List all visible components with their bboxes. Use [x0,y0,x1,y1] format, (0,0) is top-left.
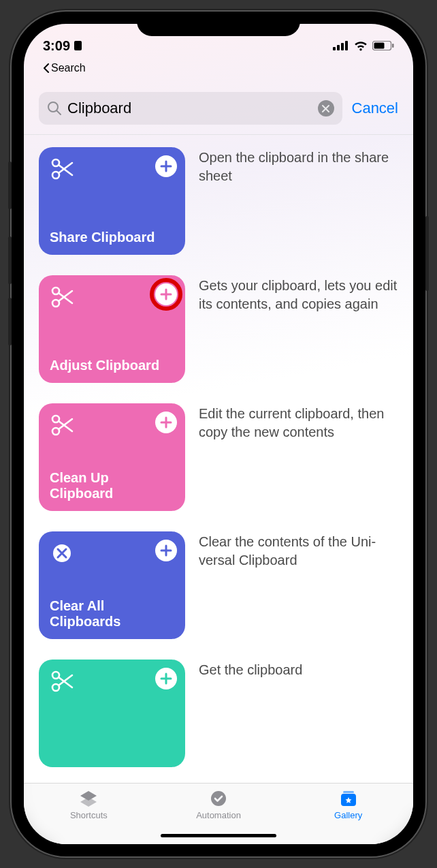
shortcut-tile[interactable]: Clean Up Clipboard [39,403,185,511]
automation-icon [208,789,229,808]
back-label: Search [51,62,86,74]
search-icon [47,101,62,116]
notch [137,12,300,36]
add-button[interactable] [155,540,177,561]
plus-icon [160,160,172,172]
screen: 3:09 Search Cancel Share Clipboa [24,24,413,844]
result-row: Get the clipboard [24,660,413,783]
highlight-ring [150,278,182,311]
status-right [333,40,394,51]
svg-line-13 [59,163,72,173]
svg-point-27 [211,791,226,806]
back-to-search[interactable]: Search [24,62,413,74]
tile-title: Clear All Clipboards [50,598,174,630]
shortcuts-icon [78,789,99,808]
tab-shortcuts[interactable]: Shortcuts [24,789,154,820]
svg-line-20 [59,421,72,431]
wifi-icon [353,40,368,51]
cancel-button[interactable]: Cancel [352,99,398,117]
clear-search-button[interactable] [318,100,334,117]
tab-label: Automation [196,810,241,820]
search-header: Cancel [24,74,413,135]
result-row: Clean Up ClipboardEdit the current clipb… [24,403,413,531]
svg-line-12 [59,165,72,175]
tile-title: Clean Up Clipboard [50,470,174,501]
svg-rect-7 [392,44,394,48]
svg-rect-29 [343,791,354,793]
tile-title: Adjust Clipboard [50,358,174,373]
svg-line-26 [59,675,72,685]
chevron-left-icon [43,63,50,73]
add-button[interactable] [155,155,177,177]
tab-automation[interactable]: Automation [154,789,284,820]
battery-icon [372,41,394,50]
phone-bezel: 3:09 Search Cancel Share Clipboa [12,12,425,856]
shortcut-tile[interactable] [39,660,185,767]
tab-gallery[interactable]: Gallery [283,789,413,820]
svg-line-17 [59,291,72,301]
app-context-icon [73,40,83,52]
row-description: Edit the current clipboard, then copy th… [199,403,398,511]
tab-label: Shortcuts [70,810,108,820]
row-description: Clear the con­tents of the Uni­versal Cl… [199,531,398,639]
add-button[interactable] [155,412,177,433]
tab-label: Gallery [334,810,362,820]
plus-icon [160,672,172,685]
svg-rect-1 [333,47,336,50]
plus-icon [160,416,172,429]
signal-icon [333,41,349,50]
status-left: 3:09 [43,38,83,54]
shortcut-tile[interactable]: Clear All Clipboards [39,531,185,639]
svg-rect-2 [337,45,340,50]
shortcut-tile[interactable]: Share Clipboard [39,147,185,255]
result-row: Clear All ClipboardsClear the con­tents … [24,531,413,660]
svg-rect-0 [74,41,82,50]
row-description: Get the clipboard [199,660,398,767]
result-row: Share ClipboardOpen the clip­board in th… [24,147,413,275]
svg-line-16 [59,293,72,303]
result-row: Adjust ClipboardGets your clip­board, le… [24,275,413,403]
plus-icon [160,544,172,557]
svg-rect-6 [374,43,385,49]
svg-line-9 [57,111,61,115]
results-list[interactable]: Share ClipboardOpen the clip­board in th… [24,135,413,783]
svg-line-25 [59,677,72,687]
home-indicator[interactable] [161,834,276,837]
row-description: Open the clip­board in the share sheet [199,147,398,255]
shortcut-tile[interactable]: Adjust Clipboard [39,275,185,383]
row-description: Gets your clip­board, lets you edit its … [199,275,398,383]
add-button[interactable] [155,668,177,689]
search-field[interactable] [39,92,342,125]
svg-line-21 [59,419,72,429]
search-input[interactable] [67,99,312,117]
close-icon [322,105,329,112]
svg-rect-4 [345,41,348,50]
gallery-icon [338,789,359,808]
svg-rect-3 [341,43,344,50]
tile-title: Share Clipboard [50,230,174,245]
status-time: 3:09 [43,38,70,54]
